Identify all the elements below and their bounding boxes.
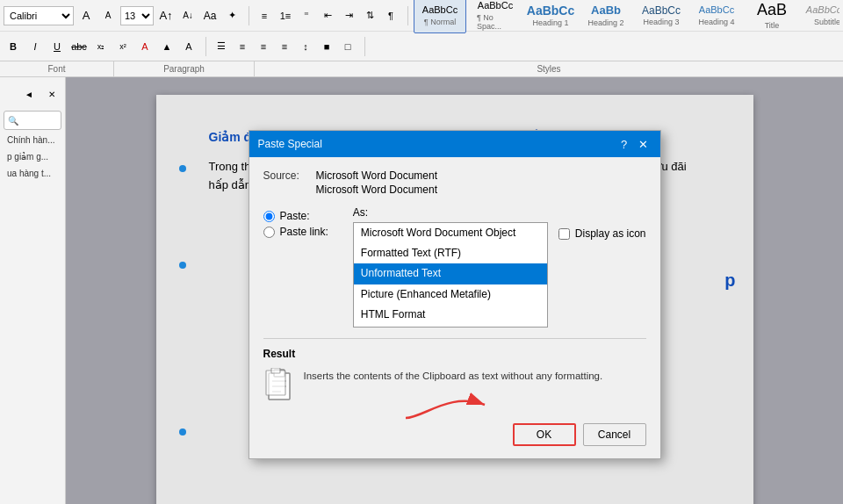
line-spacing-btn[interactable]: ↕ — [296, 37, 315, 56]
style-h1-label: Heading 1 — [532, 18, 568, 27]
result-text: Inserts the contents of the Clipboard as… — [304, 367, 603, 383]
style-h3-preview: AaBbCc — [642, 4, 681, 17]
font-name-select[interactable]: Calibri — [4, 6, 74, 25]
paragraph-section-label: Paragraph — [114, 61, 255, 76]
display-icon-col: Display as icon — [558, 206, 646, 328]
as-item-2[interactable]: Unformatted Text — [354, 263, 547, 284]
align-right-btn[interactable]: ≡ — [254, 37, 273, 56]
paste-link-label[interactable]: Paste link: — [280, 226, 328, 238]
highlight-btn[interactable]: ▲ — [157, 37, 177, 56]
font-grow-btn[interactable]: A↑ — [156, 6, 176, 25]
clear-format-btn[interactable]: ✦ — [222, 6, 241, 25]
font-decrease-btn[interactable]: A — [98, 6, 118, 25]
paste-radio[interactable] — [263, 211, 275, 222]
style-nospace-preview: AaBbCc — [478, 0, 513, 11]
font-color2-btn[interactable]: A — [179, 37, 198, 56]
search-input[interactable] — [4, 111, 61, 130]
subscript-btn[interactable]: x₂ — [91, 37, 111, 56]
style-h2[interactable]: AaBb Heading 2 — [580, 0, 632, 33]
paste-link-radio-row[interactable]: Paste link: — [263, 226, 328, 238]
shading-btn[interactable]: ■ — [317, 37, 336, 56]
underline-btn[interactable]: U — [47, 37, 67, 56]
paste-special-dialog: Paste Special ? ✕ Source: Microsoft Word… — [249, 130, 661, 459]
display-icon-check[interactable]: Display as icon — [558, 227, 646, 240]
doc-content: p Giảm đến 20% khi mua hàng tại FPT Shop… — [66, 77, 843, 504]
font-group: Calibri A A 13 A↑ A↓ Aa ✦ — [4, 6, 249, 25]
style-subtitle[interactable]: AaBbCcD Subtitle — [801, 0, 839, 33]
show-marks-btn[interactable]: ¶ — [381, 6, 400, 25]
dialog-footer: OK Cancel — [249, 414, 660, 458]
italic-btn[interactable]: I — [25, 37, 45, 56]
as-item-5[interactable]: Unformatted Unicode Text — [354, 325, 547, 328]
sidebar-close-btn[interactable]: ✕ — [42, 84, 61, 104]
paragraph-group-row1: ≡ 1≡ ⁼ ⇤ ⇥ ⇅ ¶ — [255, 6, 408, 25]
as-item-1[interactable]: Formatted Text (RTF) — [354, 243, 547, 263]
svg-rect-6 — [271, 368, 280, 373]
dialog-help-btn[interactable]: ? — [616, 136, 632, 152]
svg-rect-5 — [266, 371, 285, 395]
style-h2-label: Heading 2 — [587, 18, 623, 27]
dialog-close-btn[interactable]: ✕ — [636, 136, 652, 152]
style-subtitle-label: Subtitle — [814, 18, 839, 26]
strikethrough-btn[interactable]: abc — [69, 37, 89, 56]
font-shrink-btn[interactable]: A↓ — [178, 6, 198, 25]
as-list[interactable]: Microsoft Word Document Object Formatted… — [353, 222, 548, 328]
display-icon-label[interactable]: Display as icon — [575, 227, 646, 240]
ok-button[interactable]: OK — [513, 423, 576, 446]
style-h4-preview: AaBbCc — [699, 4, 734, 16]
display-icon-checkbox[interactable] — [558, 228, 570, 240]
as-col: As: Microsoft Word Document Object Forma… — [353, 206, 548, 328]
style-h2-preview: AaBb — [591, 4, 621, 18]
font-color-btn[interactable]: A — [135, 37, 155, 56]
dialog-title-buttons: ? ✕ — [616, 136, 652, 152]
style-normal[interactable]: AaBbCc ¶ Normal — [414, 0, 466, 33]
sort-btn[interactable]: ⇅ — [360, 6, 379, 25]
style-title[interactable]: AaB Title — [746, 0, 798, 33]
paragraph-group-row2: ☰ ≡ ≡ ≡ ↕ ■ □ — [212, 37, 365, 56]
align-left-btn[interactable]: ☰ — [212, 37, 231, 56]
cancel-button[interactable]: Cancel — [583, 423, 646, 446]
sidebar-item-2[interactable]: p giảm g... — [4, 150, 61, 163]
align-center-btn[interactable]: ≡ — [233, 37, 252, 56]
font-increase-btn[interactable]: A — [76, 6, 96, 25]
increase-indent-btn[interactable]: ⇥ — [339, 6, 358, 25]
styles-section-label: Styles — [255, 61, 843, 76]
result-content: Inserts the contents of the Clipboard as… — [263, 367, 646, 402]
section-labels: Font Paragraph Styles — [0, 61, 843, 77]
dialog-overlay: Paste Special ? ✕ Source: Microsoft Word… — [156, 95, 753, 504]
paste-link-radio[interactable] — [263, 227, 275, 238]
sidebar-item-1[interactable]: Chính hàn... — [4, 133, 61, 147]
font-size-select[interactable]: 13 — [120, 6, 154, 25]
paste-radio-row[interactable]: Paste: — [263, 210, 328, 222]
clipboard-svg — [265, 368, 293, 401]
as-label: As: — [353, 206, 548, 219]
numbering-btn[interactable]: 1≡ — [276, 6, 295, 25]
style-nospace[interactable]: AaBbCc ¶ No Spac... — [469, 0, 522, 33]
style-h1-preview: AaBbCc — [527, 4, 574, 18]
style-h4[interactable]: AaBbCc Heading 4 — [690, 0, 743, 33]
decrease-indent-btn[interactable]: ⇤ — [318, 6, 337, 25]
as-item-3[interactable]: Picture (Enhanced Metafile) — [354, 284, 547, 305]
bold-btn[interactable]: B — [4, 37, 23, 56]
paste-label[interactable]: Paste: — [280, 210, 310, 222]
sidebar-collapse-btn[interactable]: ◄ — [19, 84, 39, 104]
as-item-0[interactable]: Microsoft Word Document Object — [354, 223, 547, 243]
result-section: Result — [263, 338, 646, 402]
border-btn[interactable]: □ — [338, 37, 357, 56]
sidebar-item-3[interactable]: ua hàng t... — [4, 167, 61, 180]
style-normal-preview: AaBbCc — [422, 4, 458, 16]
source-line1: Microsoft Word Document — [316, 169, 438, 182]
superscript-btn[interactable]: x² — [113, 37, 133, 56]
as-item-4[interactable]: HTML Format — [354, 305, 547, 325]
bullets-btn[interactable]: ≡ — [255, 6, 274, 25]
font-section-label: Font — [0, 61, 114, 76]
style-h3[interactable]: AaBbCc Heading 3 — [635, 0, 688, 33]
doc-area: ◄ ✕ Chính hàn... p giảm g... ua hàng t..… — [0, 77, 843, 504]
sidebar: ◄ ✕ Chính hàn... p giảm g... ua hàng t..… — [0, 77, 66, 504]
justify-btn[interactable]: ≡ — [275, 37, 294, 56]
change-case-btn[interactable]: Aa — [200, 6, 220, 25]
dialog-title: Paste Special — [258, 138, 322, 150]
style-h1[interactable]: AaBbCc Heading 1 — [524, 0, 577, 33]
multilevel-btn[interactable]: ⁼ — [297, 6, 316, 25]
style-normal-label: ¶ Normal — [424, 18, 456, 26]
